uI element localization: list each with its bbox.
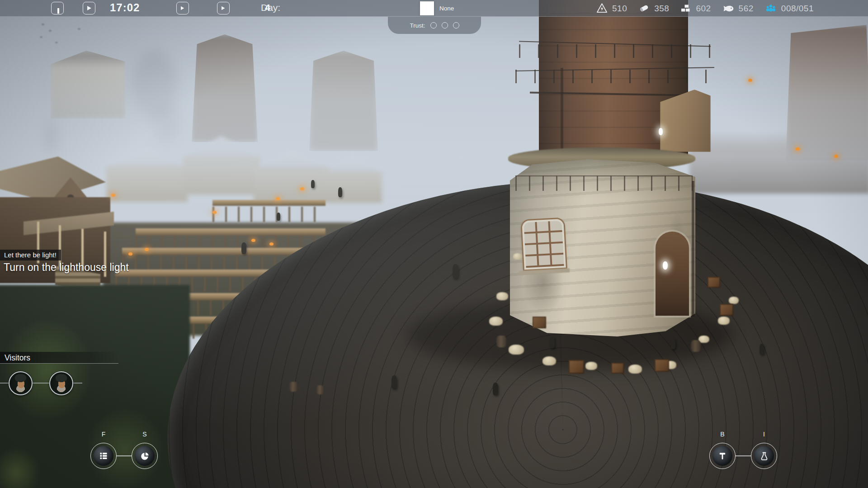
food-menu-button[interactable] xyxy=(90,443,117,469)
build-hammer-icon xyxy=(718,451,727,460)
fast-forward-button[interactable] xyxy=(176,2,189,14)
bricks-count: 602 xyxy=(696,4,711,14)
quest-title: Let there be light! xyxy=(0,250,61,261)
resource-bar: 510 358 xyxy=(596,0,814,17)
population-icon xyxy=(764,2,777,15)
day-value: 4 xyxy=(265,2,270,13)
trust-slot xyxy=(442,22,448,28)
research-menu-button[interactable] xyxy=(751,443,777,469)
quest-objective: Turn on the lighthouse light xyxy=(0,261,190,274)
resource-fish: 562 xyxy=(722,2,754,15)
fast-forward-icon xyxy=(181,6,184,10)
population-count: 008/051 xyxy=(781,4,814,14)
hud: 17:02 Day:4 None 510 xyxy=(0,0,868,488)
pause-button[interactable] xyxy=(51,2,64,14)
hotkey-connector xyxy=(117,455,132,456)
day-label: Day: xyxy=(261,2,280,13)
play-icon xyxy=(87,6,91,10)
button-core xyxy=(135,446,155,466)
button-core xyxy=(712,446,732,466)
scrap-metal-icon xyxy=(596,2,608,14)
stats-menu-button[interactable] xyxy=(132,443,158,469)
resource-wood: 358 xyxy=(638,2,669,14)
hotkey-label-i: I xyxy=(751,431,777,438)
play-button[interactable] xyxy=(83,2,95,14)
bricks-icon xyxy=(680,3,692,14)
hotkey-label-b: B xyxy=(709,431,736,438)
trust-label: Trust: xyxy=(410,22,425,29)
button-core xyxy=(754,446,774,466)
resource-scrap-metal: 510 xyxy=(596,2,627,14)
visitors-header: Visitors xyxy=(0,352,118,364)
top-bar: 17:02 Day:4 None 510 xyxy=(0,0,868,17)
visitor-portrait[interactable] xyxy=(9,371,33,395)
fastest-forward-button[interactable] xyxy=(217,2,230,14)
scrap-metal-count: 510 xyxy=(612,4,627,14)
game-screen: 17:02 Day:4 None 510 xyxy=(0,0,868,488)
hotkey-label-s: S xyxy=(132,431,158,438)
hotkey-connector xyxy=(736,455,751,456)
trust-slot xyxy=(453,22,459,28)
resource-bricks: 602 xyxy=(680,3,711,14)
game-clock: 17:02 xyxy=(110,1,140,14)
list-menu-icon xyxy=(99,451,108,460)
pie-chart-icon xyxy=(140,451,150,461)
wood-count: 358 xyxy=(654,4,669,14)
selected-tool-label: None xyxy=(439,0,454,17)
fish-icon xyxy=(722,2,735,15)
resource-population: 008/051 xyxy=(764,2,814,15)
visitors-title: Visitors xyxy=(5,353,30,363)
quest-tracker[interactable]: Let there be light! Turn on the lighthou… xyxy=(0,250,190,274)
research-flask-icon xyxy=(760,451,769,461)
trust-panel: Trust: xyxy=(388,17,481,34)
build-menu-button[interactable] xyxy=(709,443,736,469)
fish-count: 562 xyxy=(739,4,754,14)
fastest-forward-icon xyxy=(222,6,225,10)
visitor-portrait[interactable] xyxy=(49,371,73,395)
button-core xyxy=(94,446,113,466)
wood-log-icon xyxy=(638,2,650,14)
selected-tool-swatch[interactable] xyxy=(420,1,434,15)
trust-slot xyxy=(430,22,437,28)
hotkey-label-f: F xyxy=(90,431,117,438)
